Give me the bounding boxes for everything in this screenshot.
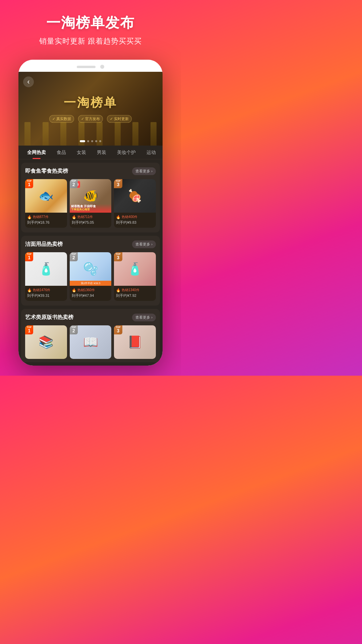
- tab-hot[interactable]: 全网热卖: [22, 146, 51, 159]
- fish-section-header: 即食鱼零食热卖榜 查看更多 ›: [25, 167, 156, 175]
- book-product-1[interactable]: 📚 TOP 1: [25, 325, 67, 359]
- tab-food[interactable]: 食品: [51, 146, 71, 159]
- phone-camera: [100, 65, 104, 69]
- book-rank-3: TOP 3: [114, 325, 122, 334]
- cleanser-rank-2: TOP 2: [70, 252, 78, 261]
- rank-badge-2: TOP 2: [70, 179, 78, 188]
- cleanser-product-3[interactable]: 🧴 TOP 3 🔥 热销1340件 到手约¥7.92: [114, 252, 156, 301]
- category-tabs: 全网热卖 食品 女装 男装 美妆个护 运动: [18, 146, 163, 159]
- rank-badge-3: TOP 3: [114, 179, 122, 188]
- tab-women[interactable]: 女装: [71, 146, 92, 159]
- cleanser-img-1: 🧴 TOP 1: [25, 252, 67, 286]
- fish-img-3: 🍖 TOP 3: [114, 179, 156, 213]
- cleanser-info-3: 🔥 热销1340件 到手约¥7.92: [114, 286, 156, 301]
- cleanser-price-2: 到手约¥47.94: [72, 293, 110, 298]
- books-section-partial: 艺术类原版书热卖榜 查看更多 › 📚 TOP 1: [21, 309, 160, 362]
- books-section-title: 艺术类原版书热卖榜: [25, 314, 73, 321]
- fish-hot-3: 🔥 热销400件: [116, 215, 154, 219]
- fish-info-2: 🔥 热销711件 到手约¥75.05: [70, 213, 112, 228]
- header-subtitle: 销量实时更新 跟着趋势买买买: [7, 36, 174, 46]
- badge-official: 官方发布: [78, 115, 103, 123]
- fish-img-2: 🐠 79 鲜香熟食 开袋即食 下单送夹心海苔 TOP 2: [70, 179, 112, 213]
- banner-title: 一淘榜单: [64, 95, 117, 111]
- rank-badge-1: TOP 1: [25, 179, 33, 188]
- cleanser-hot-3: 🔥 热销1340件: [116, 288, 154, 292]
- cleanser-img-2: 🫧 第2件半价 ¥39.5 TOP 2: [70, 252, 112, 286]
- header-area: 一淘榜单发布 销量实时更新 跟着趋势买买买: [0, 0, 181, 53]
- fish-product-3[interactable]: 🍖 TOP 3 🔥 热销400件 到手约¥9.83: [114, 179, 156, 228]
- book-rank-1: TOP 1: [25, 325, 33, 334]
- badge-real-data: 真实数据: [49, 115, 74, 123]
- cleanser-more-btn[interactable]: 查看更多 ›: [132, 240, 156, 248]
- fish-price-1: 到手约¥18.76: [27, 220, 65, 225]
- fish-section: 即食鱼零食热卖榜 查看更多 › 🐟 TOP 1: [21, 163, 160, 232]
- fish-hot-1: 🔥 热销877件: [27, 215, 65, 219]
- fish-info-1: 🔥 热销877件 到手约¥18.76: [25, 213, 67, 228]
- back-button[interactable]: ‹: [23, 76, 34, 87]
- book-rank-2: TOP 2: [70, 325, 78, 334]
- phone-speaker: [77, 66, 96, 68]
- books-more-btn[interactable]: 查看更多 ›: [132, 314, 156, 321]
- banner-badges-row: 真实数据 官方发布 实时更新: [49, 115, 132, 123]
- tab-beauty[interactable]: 美妆个护: [112, 146, 141, 159]
- book-product-2[interactable]: 📖 TOP 2: [70, 325, 112, 359]
- banner: ‹ 一淘榜单 真实数据 官方发布 实时更新: [18, 72, 163, 146]
- phone-mockup: ‹ 一淘榜单 真实数据 官方发布 实时更新: [18, 60, 163, 366]
- cleanser-info-2: 🔥 热销1360件 到手约¥47.94: [70, 286, 112, 301]
- fish-product-grid: 🐟 TOP 1 🔥 热销877件 到手约¥18.76: [25, 179, 156, 228]
- fish-img-1: 🐟 TOP 1: [25, 179, 67, 213]
- cleanser-product-2[interactable]: 🫧 第2件半价 ¥39.5 TOP 2 🔥 热销1360件: [70, 252, 112, 301]
- fish-more-btn[interactable]: 查看更多 ›: [132, 167, 156, 175]
- book-product-3[interactable]: 📕 TOP 3: [114, 325, 156, 359]
- fish-hot-2: 🔥 热销711件: [72, 215, 110, 219]
- cleanser-price-3: 到手约¥7.92: [116, 293, 154, 298]
- cleanser-section: 洁面用品热卖榜 查看更多 › 🧴 TOP 1: [21, 236, 160, 306]
- cleanser-hot-1: 🔥 热销1476件: [27, 288, 65, 292]
- cleanser-price-1: 到手约¥39.31: [27, 293, 65, 298]
- tab-sport[interactable]: 运动: [141, 146, 161, 159]
- cleanser-product-1[interactable]: 🧴 TOP 1 🔥 热销1476件 到手约¥39.31: [25, 252, 67, 301]
- cleanser-rank-1: TOP 1: [25, 252, 33, 261]
- fish-price-2: 到手约¥75.05: [72, 220, 110, 225]
- cleanser-product-grid: 🧴 TOP 1 🔥 热销1476件 到手约¥39.31: [25, 252, 156, 301]
- cleanser-section-header: 洁面用品热卖榜 查看更多 ›: [25, 240, 156, 248]
- app-content: ‹ 一淘榜单 真实数据 官方发布 实时更新: [18, 72, 163, 366]
- fish-product-1[interactable]: 🐟 TOP 1 🔥 热销877件 到手约¥18.76: [25, 179, 67, 228]
- cleanser-hot-2: 🔥 热销1360件: [72, 288, 110, 292]
- books-section-header: 艺术类原版书热卖榜 查看更多 ›: [25, 314, 156, 321]
- cleanser-rank-3: TOP 3: [114, 252, 122, 261]
- fish-info-3: 🔥 热销400件 到手约¥9.83: [114, 213, 156, 228]
- fish-section-title: 即食鱼零食热卖榜: [25, 168, 68, 175]
- fish-product-2[interactable]: 🐠 79 鲜香熟食 开袋即食 下单送夹心海苔 TOP 2: [70, 179, 112, 228]
- fish-price-3: 到手约¥9.83: [116, 220, 154, 225]
- banner-dots: [80, 140, 101, 142]
- books-product-grid: 📚 TOP 1 📖 TOP 2: [25, 325, 156, 359]
- cleanser-info-1: 🔥 热销1476件 到手约¥39.31: [25, 286, 67, 301]
- cleanser-img-3: 🧴 TOP 3: [114, 252, 156, 286]
- tab-men[interactable]: 男装: [92, 146, 112, 159]
- badge-realtime: 实时更新: [107, 115, 132, 123]
- phone-top-bar: [18, 60, 163, 72]
- header-title: 一淘榜单发布: [7, 13, 174, 32]
- cleanser-section-title: 洁面用品热卖榜: [25, 241, 63, 248]
